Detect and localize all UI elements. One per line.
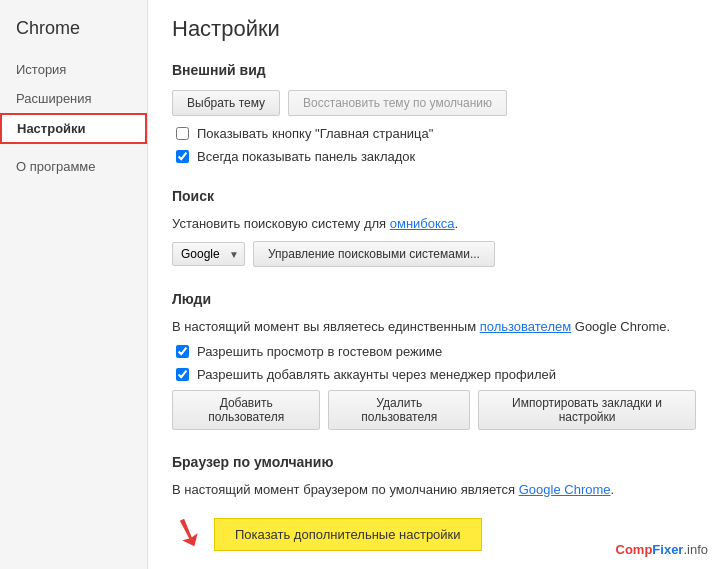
footer-logo: CompFixer.info bbox=[616, 542, 709, 557]
import-button[interactable]: Импортировать закладки и настройки bbox=[478, 390, 696, 430]
show-bookmarks-checkbox[interactable] bbox=[176, 150, 189, 163]
appearance-section: Внешний вид Выбрать тему Восстановить те… bbox=[172, 62, 696, 164]
guest-mode-checkbox[interactable] bbox=[176, 345, 189, 358]
default-browser-section: Браузер по умолчанию В настоящий момент … bbox=[172, 454, 696, 555]
browser-desc-after: . bbox=[611, 482, 615, 497]
browser-desc-before: В настоящий момент браузером по умолчани… bbox=[172, 482, 519, 497]
footer-comp: Comp bbox=[616, 542, 653, 557]
show-bookmarks-label: Всегда показывать панель закладок bbox=[197, 149, 415, 164]
google-chrome-link[interactable]: Google Chrome bbox=[519, 482, 611, 497]
delete-user-button[interactable]: Удалить пользователя bbox=[328, 390, 470, 430]
people-desc: В настоящий момент вы являетесь единстве… bbox=[172, 319, 696, 334]
search-desc-text: Установить поисковую систему для bbox=[172, 216, 390, 231]
appearance-title: Внешний вид bbox=[172, 62, 696, 78]
sidebar-item-extensions[interactable]: Расширения bbox=[0, 84, 147, 113]
profile-manager-label: Разрешить добавлять аккаунты через менед… bbox=[197, 367, 556, 382]
show-home-label: Показывать кнопку "Главная страница" bbox=[197, 126, 433, 141]
show-bookmarks-row: Всегда показывать панель закладок bbox=[172, 149, 696, 164]
page-title: Настройки bbox=[172, 16, 696, 42]
app-title: Chrome bbox=[0, 10, 147, 55]
footer-fixer: Fixer bbox=[652, 542, 683, 557]
footer-info: .info bbox=[683, 542, 708, 557]
show-home-checkbox[interactable] bbox=[176, 127, 189, 140]
people-title: Люди bbox=[172, 291, 696, 307]
people-buttons: Добавить пользователя Удалить пользовате… bbox=[172, 390, 696, 430]
search-engine-select-wrapper: Google ▼ bbox=[172, 242, 245, 266]
search-section: Поиск Установить поисковую систему для о… bbox=[172, 188, 696, 267]
search-title: Поиск bbox=[172, 188, 696, 204]
default-browser-title: Браузер по умолчанию bbox=[172, 454, 696, 470]
people-user-link[interactable]: пользователем bbox=[480, 319, 571, 334]
omnibox-link[interactable]: омнибокса bbox=[390, 216, 455, 231]
manage-search-engines-button[interactable]: Управление поисковыми системами... bbox=[253, 241, 495, 267]
theme-buttons: Выбрать тему Восстановить тему по умолча… bbox=[172, 90, 696, 116]
choose-theme-button[interactable]: Выбрать тему bbox=[172, 90, 280, 116]
guest-mode-label: Разрешить просмотр в гостевом режиме bbox=[197, 344, 442, 359]
search-desc-after: . bbox=[455, 216, 459, 231]
search-engine-row: Google ▼ Управление поисковыми системами… bbox=[172, 241, 696, 267]
guest-mode-row: Разрешить просмотр в гостевом режиме bbox=[172, 344, 696, 359]
people-desc-after: Google Chrome. bbox=[571, 319, 670, 334]
browser-desc: В настоящий момент браузером по умолчани… bbox=[172, 482, 696, 497]
sidebar: Chrome История Расширения Настройки О пр… bbox=[0, 0, 148, 569]
people-section: Люди В настоящий момент вы являетесь еди… bbox=[172, 291, 696, 430]
sidebar-item-history[interactable]: История bbox=[0, 55, 147, 84]
search-engine-select[interactable]: Google bbox=[172, 242, 245, 266]
search-desc: Установить поисковую систему для омнибок… bbox=[172, 216, 696, 231]
sidebar-item-settings[interactable]: Настройки bbox=[0, 113, 147, 144]
add-user-button[interactable]: Добавить пользователя bbox=[172, 390, 320, 430]
show-more-settings-button[interactable]: Показать дополнительные настройки bbox=[214, 518, 482, 551]
profile-manager-row: Разрешить добавлять аккаунты через менед… bbox=[172, 367, 696, 382]
show-home-button-row: Показывать кнопку "Главная страница" bbox=[172, 126, 696, 141]
sidebar-item-about[interactable]: О программе bbox=[0, 152, 147, 181]
main-content: Настройки Внешний вид Выбрать тему Восст… bbox=[148, 0, 720, 569]
people-desc-before: В настоящий момент вы являетесь единстве… bbox=[172, 319, 480, 334]
restore-theme-button[interactable]: Восстановить тему по умолчанию bbox=[288, 90, 507, 116]
profile-manager-checkbox[interactable] bbox=[176, 368, 189, 381]
arrow-icon: ➘ bbox=[165, 505, 213, 560]
